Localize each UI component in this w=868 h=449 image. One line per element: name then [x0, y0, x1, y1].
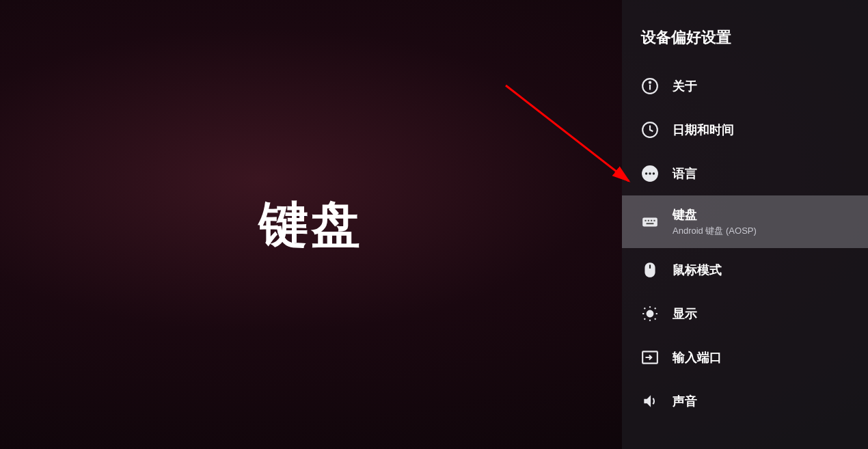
- svg-rect-12: [653, 219, 655, 221]
- brightness-icon: [641, 305, 659, 323]
- menu-item-keyboard[interactable]: 键盘 Android 键盘 (AOSP): [622, 195, 868, 248]
- menu-item-sound[interactable]: 声音: [622, 379, 868, 423]
- menu-label: 输入端口: [673, 349, 722, 366]
- menu-item-input[interactable]: 输入端口: [622, 336, 868, 379]
- menu-label: 日期和时间: [673, 122, 734, 138]
- sidebar-header: 设备偏好设置: [622, 27, 868, 64]
- svg-rect-10: [648, 219, 649, 221]
- menu-label: 显示: [673, 305, 697, 322]
- mouse-icon: [641, 261, 659, 279]
- menu-text: 声音: [673, 393, 697, 409]
- svg-rect-14: [649, 264, 651, 268]
- menu-label: 语言: [673, 165, 697, 182]
- svg-point-7: [653, 172, 655, 174]
- settings-sidebar: 设备偏好设置 关于 日期和时间: [622, 0, 868, 449]
- svg-point-6: [649, 172, 651, 174]
- svg-rect-13: [647, 223, 654, 224]
- keyboard-icon: [641, 213, 659, 231]
- menu-text: 日期和时间: [673, 122, 734, 138]
- page-title: 键盘: [259, 192, 363, 258]
- menu-label: 鼠标模式: [673, 262, 722, 278]
- dots-icon: [641, 165, 659, 182]
- menu-label: 关于: [673, 78, 697, 94]
- menu-label: 键盘: [673, 206, 757, 223]
- clock-icon: [641, 121, 659, 139]
- main-content: 键盘: [0, 0, 622, 449]
- sound-icon: [641, 392, 659, 410]
- svg-rect-9: [645, 219, 646, 221]
- menu-text: 显示: [673, 305, 697, 322]
- info-icon: [641, 77, 659, 95]
- menu-text: 键盘 Android 键盘 (AOSP): [673, 206, 757, 237]
- svg-rect-8: [642, 217, 657, 226]
- menu-label: 声音: [673, 393, 697, 409]
- menu-text: 关于: [673, 78, 697, 94]
- svg-point-5: [645, 172, 647, 174]
- menu-item-mouse[interactable]: 鼠标模式: [622, 248, 868, 292]
- menu-item-language[interactable]: 语言: [622, 152, 868, 195]
- menu-sublabel: Android 键盘 (AOSP): [673, 225, 757, 237]
- menu-text: 鼠标模式: [673, 262, 722, 278]
- menu-item-about[interactable]: 关于: [622, 64, 868, 108]
- menu-item-display[interactable]: 显示: [622, 292, 868, 336]
- svg-point-2: [649, 82, 651, 83]
- menu-text: 输入端口: [673, 349, 722, 366]
- svg-point-15: [647, 311, 653, 317]
- input-icon: [641, 349, 659, 366]
- menu-item-datetime[interactable]: 日期和时间: [622, 108, 868, 152]
- menu-text: 语言: [673, 165, 697, 182]
- svg-rect-11: [651, 219, 652, 221]
